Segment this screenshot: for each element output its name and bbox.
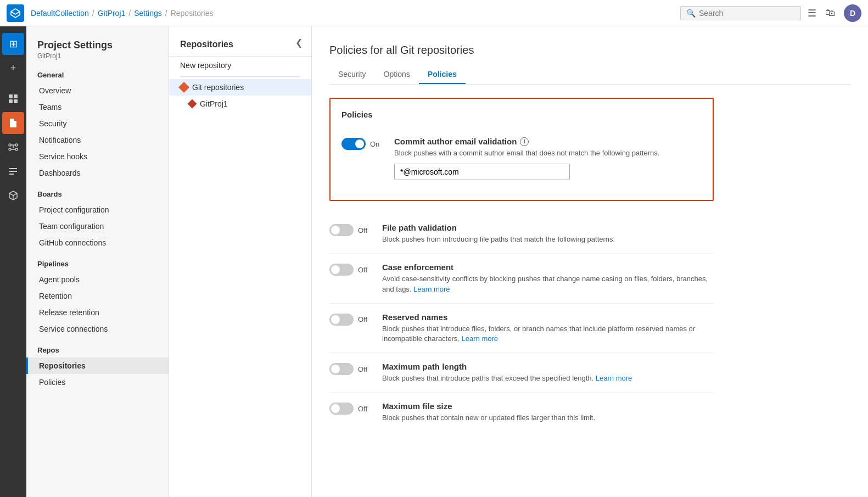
main-inner: Policies for all Git repositories Securi…: [312, 31, 868, 445]
tab-policies[interactable]: Policies: [419, 65, 466, 84]
sidebar-item-release-retention[interactable]: Release retention: [26, 304, 169, 321]
toggle-commit-email[interactable]: [341, 138, 366, 150]
toggle-case[interactable]: [329, 264, 354, 276]
toggle-label-case: Off: [358, 266, 367, 274]
info-icon-commit-email[interactable]: i: [520, 137, 529, 146]
commit-email-pattern-input[interactable]: [394, 164, 570, 180]
policy-row-file-path: Off File path validation Block pushes fr…: [329, 214, 714, 254]
policy-row-case: Off Case enforcement Avoid case-sensitiv…: [329, 254, 714, 303]
sidebar-item-github[interactable]: GitHub connections: [26, 234, 169, 251]
tab-options[interactable]: Options: [375, 65, 419, 84]
section-repos: Repos: [26, 337, 169, 358]
toggle-file-path[interactable]: [329, 224, 354, 236]
sidebar-item-policies[interactable]: Policies: [26, 374, 169, 390]
sidebar-item-repositories[interactable]: Repositories: [26, 358, 169, 374]
sidebar-item-service-connections[interactable]: Service connections: [26, 321, 169, 337]
menu-icon[interactable]: ☰: [808, 7, 816, 19]
toggle-area-file-path: Off: [329, 223, 373, 236]
breadcrumb-project[interactable]: GitProj1: [98, 9, 126, 18]
policy-info-reserved: Reserved names Block pushes that introdu…: [382, 312, 714, 344]
tabs: Security Options Policies: [329, 65, 850, 85]
svg-rect-2: [9, 99, 13, 103]
sidebar-item-team-config[interactable]: Team configuration: [26, 218, 169, 234]
breadcrumb: DefaultCollection / GitProj1 / Settings …: [31, 9, 680, 18]
rail-home[interactable]: ⊞: [2, 33, 24, 55]
tab-security[interactable]: Security: [329, 65, 375, 84]
toggle-area-path-length: Off: [329, 362, 373, 375]
repo-icon: [188, 99, 197, 109]
policy-title-reserved: Reserved names: [382, 312, 714, 322]
policy-row-commit-email: On Commit author email validation i Bloc…: [341, 128, 702, 189]
git-repos-label: Git repositories: [192, 83, 244, 92]
policy-desc-file-size: Block pushes that contain new or updated…: [382, 413, 714, 423]
bag-icon[interactable]: 🛍: [825, 7, 835, 19]
new-repository-link[interactable]: New repository: [169, 57, 311, 74]
breadcrumb-current: Repositories: [171, 9, 214, 18]
sidebar-item-retention[interactable]: Retention: [26, 288, 169, 304]
sidebar: Project Settings GitProj1 General Overvi…: [26, 0, 169, 497]
policy-title-path-length: Maximum path length: [382, 362, 714, 371]
policy-title-file-size: Maximum file size: [382, 401, 714, 411]
learn-more-path-length[interactable]: Learn more: [596, 374, 632, 382]
topnav-actions: ☰ 🛍 D: [808, 4, 861, 22]
breadcrumb-settings[interactable]: Settings: [134, 9, 162, 18]
toggle-slider-file-path: [329, 224, 354, 236]
gitproj1-item[interactable]: GitProj1: [169, 96, 311, 112]
learn-more-case[interactable]: Learn more: [413, 285, 450, 293]
collapse-button[interactable]: ❮: [293, 35, 305, 50]
policy-info-file-path: File path validation Block pushes from i…: [382, 223, 714, 244]
app-logo[interactable]: [7, 4, 24, 22]
sidebar-item-dashboards[interactable]: Dashboards: [26, 165, 169, 181]
section-pipelines: Pipelines: [26, 251, 169, 271]
rail-plus[interactable]: +: [2, 57, 24, 79]
sidebar-item-teams[interactable]: Teams: [26, 99, 169, 115]
toggle-label-file-size: Off: [358, 405, 367, 413]
toggle-label-commit-email: On: [370, 140, 379, 148]
toggle-path-length[interactable]: [329, 363, 354, 375]
rail-repos[interactable]: [2, 112, 24, 134]
sidebar-item-security[interactable]: Security: [26, 115, 169, 132]
rail-pipelines[interactable]: [2, 136, 24, 158]
policy-desc-case: Avoid case-sensitivity conflicts by bloc…: [382, 274, 714, 294]
toggle-reserved[interactable]: [329, 314, 354, 326]
sidebar-item-service-hooks[interactable]: Service hooks: [26, 148, 169, 165]
policy-title-commit-email: Commit author email validation i: [394, 137, 702, 146]
svg-point-10: [15, 148, 18, 150]
rail-testplans[interactable]: [2, 160, 24, 182]
policy-info-case: Case enforcement Avoid case-sensitivity …: [382, 263, 714, 294]
policy-title-case: Case enforcement: [382, 263, 714, 272]
policies-box-title: Policies: [341, 110, 702, 119]
repo-name: GitProj1: [200, 99, 228, 108]
breadcrumb-collection[interactable]: DefaultCollection: [31, 9, 89, 18]
svg-rect-0: [9, 94, 13, 98]
search-icon: 🔍: [686, 9, 696, 18]
svg-rect-3: [14, 99, 18, 103]
avatar[interactable]: D: [844, 4, 861, 22]
search-box[interactable]: 🔍: [680, 6, 801, 20]
policy-info-commit-email: Commit author email validation i Block p…: [394, 137, 702, 180]
svg-point-6: [9, 148, 11, 150]
search-input[interactable]: [699, 9, 795, 18]
policy-row-reserved: Off Reserved names Block pushes that int…: [329, 304, 714, 353]
toggle-slider-file-size: [329, 403, 354, 415]
policy-title-file-path: File path validation: [382, 223, 714, 232]
sidebar-item-notifications[interactable]: Notifications: [26, 132, 169, 148]
toggle-slider-commit-email: [341, 138, 366, 150]
toggle-slider-path-length: [329, 363, 354, 375]
sidebar-item-agent-pools[interactable]: Agent pools: [26, 271, 169, 288]
toggle-label-reserved: Off: [358, 315, 367, 323]
svg-point-5: [15, 144, 18, 146]
section-boards: Boards: [26, 181, 169, 202]
topnav: DefaultCollection / GitProj1 / Settings …: [0, 0, 868, 26]
page-title: Policies for all Git repositories: [329, 44, 850, 57]
git-repositories-item[interactable]: Git repositories: [169, 79, 311, 96]
sidebar-item-project-config[interactable]: Project configuration: [26, 202, 169, 218]
learn-more-reserved[interactable]: Learn more: [462, 334, 498, 343]
main-content: Policies for all Git repositories Securi…: [312, 0, 868, 497]
rail-boards[interactable]: [2, 88, 24, 110]
sidebar-item-overview[interactable]: Overview: [26, 82, 169, 99]
rail-artifacts[interactable]: [2, 185, 24, 206]
toggle-file-size[interactable]: [329, 403, 354, 415]
toggle-area-file-size: Off: [329, 401, 373, 415]
toggle-slider-reserved: [329, 314, 354, 326]
